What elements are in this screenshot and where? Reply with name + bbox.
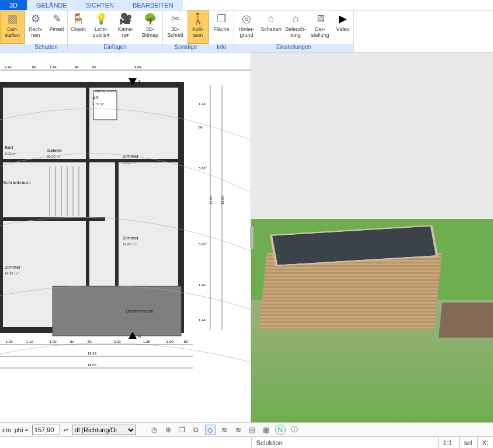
chair-icon: 🪑 (71, 12, 85, 26)
group-label-sonstige: Sonstige (163, 44, 209, 52)
svg-text:80: 80 (70, 340, 74, 343)
phi-input[interactable] (32, 425, 60, 435)
kamera-button[interactable]: 🎥 Kame- ra▾ (113, 11, 138, 44)
tab-gelaende[interactable]: GELÄNDE (27, 0, 77, 10)
layers-icon[interactable]: ❐ (177, 425, 188, 435)
svg-text:15,85 m²: 15,85 m² (123, 161, 137, 164)
play-icon: ▶ (336, 12, 350, 26)
svg-text:Wäsche-
abwurf: Wäsche- abwurf (95, 89, 116, 93)
flaeche-button[interactable]: ❐ Fläche (209, 11, 234, 44)
lichtquelle-button[interactable]: 💡 Licht- quelle▾ (89, 11, 113, 44)
3d-view[interactable] (251, 53, 493, 422)
snap-icon[interactable]: ◇ (205, 425, 216, 435)
svg-text:3.69: 3.69 (134, 65, 141, 69)
ribbon-group-einfuegen: 🪑 Objekt 💡 Licht- quelle▾ 🎥 Kame- ra▾ 🌳 … (68, 11, 163, 52)
svg-text:12.00: 12.00 (221, 195, 224, 204)
svg-text:A: A (138, 79, 141, 84)
floor-plan-svg: 2.20 80 1.46 90 80 3.69 (0, 53, 251, 415)
svg-text:1.38: 1.38 (143, 340, 150, 343)
grid-icon[interactable]: ▦ (261, 425, 272, 435)
objekt-button[interactable]: 🪑 Objekt (68, 11, 89, 44)
main-tabs: 3D GELÄNDE SICHTEN BEARBEITEN (0, 0, 493, 11)
clock-icon[interactable]: ◷ (149, 425, 159, 435)
ribbon-group-schatten: ⚙ Rech- nen ✎ Pinsel Schatten (25, 11, 68, 52)
dl-select[interactable]: dl (Richtung/Di (72, 425, 136, 435)
svg-rect-8 (53, 286, 181, 336)
info-icon[interactable]: ⓘ (289, 425, 300, 435)
schatten-button[interactable]: ⌂ Schatten (259, 11, 283, 44)
person-icon: 🚶 (191, 12, 205, 26)
brush-icon: ✎ (50, 12, 64, 26)
tree-icon: 🌳 (143, 12, 157, 26)
pinsel-button[interactable]: ✎ Pinsel (46, 11, 67, 44)
svg-text:90: 90 (75, 65, 79, 69)
status-bar: Selektion 1:1 sel X: (0, 436, 493, 448)
tab-sichten[interactable]: SICHTEN (77, 0, 123, 10)
svg-text:2,75 m²: 2,75 m² (92, 102, 104, 106)
svg-text:1.46: 1.46 (50, 65, 57, 69)
ribbon-group-display: ▧ Dar- stellen (0, 11, 25, 52)
3d-schnitt-button[interactable]: ✂ 3D- Schnitt (163, 11, 188, 44)
tab-bearbeiten[interactable]: BEARBEITEN (123, 0, 183, 10)
library-icon[interactable]: ▤ (247, 425, 258, 435)
globe-icon[interactable]: ⊕ (163, 425, 173, 435)
darstellung-button[interactable]: 🖥 Dar- stellung (308, 11, 332, 44)
status-x: X: (477, 437, 493, 449)
svg-text:14.05: 14.05 (88, 363, 97, 367)
group-label-schatten: Schatten (25, 44, 67, 52)
svg-text:20,20 m²: 20,20 m² (47, 155, 61, 158)
bulb-icon: 💡 (94, 12, 108, 26)
3d-bitmap-button[interactable]: 🌳 3D- Bitmap (138, 11, 162, 44)
svg-text:Dachterrasse: Dachterrasse (126, 308, 154, 314)
svg-text:1.00: 1.00 (166, 340, 173, 343)
svg-text:80: 80 (184, 340, 188, 343)
svg-text:14,32 m²: 14,32 m² (5, 272, 19, 275)
svg-text:8,00 m²: 8,00 m² (5, 152, 16, 155)
copy-icon[interactable]: ⧉ (191, 425, 202, 435)
svg-text:80: 80 (88, 340, 92, 343)
svg-text:80: 80 (199, 126, 203, 129)
svg-text:1.00: 1.00 (50, 340, 57, 343)
group-label-einstellungen: Einstellungen (234, 44, 353, 52)
bottom-toolbar: cm phi = ▴▾ dl (Richtung/Di ◷ ⊕ ❐ ⧉ ◇ ≋ … (0, 422, 493, 436)
svg-text:Zimmer: Zimmer (5, 265, 20, 270)
svg-text:Zimmer: Zimmer (123, 154, 138, 159)
video-button[interactable]: ▶ Video (332, 11, 353, 44)
darstellen-button[interactable]: ▧ Dar- stellen (0, 11, 25, 44)
svg-text:15,85 m²: 15,85 m² (123, 242, 137, 246)
status-ratio: 1:1 (438, 437, 459, 449)
svg-text:80: 80 (92, 65, 96, 69)
svg-text:5.06⁵: 5.06⁵ (199, 242, 207, 246)
svg-text:AR: AR (92, 95, 99, 100)
kollision-button[interactable]: 🚶 Kolli- sion (188, 11, 209, 44)
svg-text:Zimmer: Zimmer (123, 235, 138, 241)
stack-icon[interactable]: ≋ (219, 425, 230, 435)
beleuchtung-button[interactable]: ⌂ Beleuch- tung (283, 11, 308, 44)
view-splitter[interactable] (250, 226, 254, 249)
svg-text:1.40: 1.40 (199, 283, 206, 287)
cube-icon: ▧ (5, 12, 19, 26)
square-icon: ❐ (214, 12, 228, 26)
ribbon-group-sonstige: ✂ 3D- Schnitt 🚶 Kolli- sion Sonstige (163, 11, 209, 52)
svg-text:1.44: 1.44 (199, 102, 206, 106)
darstellen-label: Dar- stellen (5, 26, 20, 38)
svg-text:5.06⁵: 5.06⁵ (199, 166, 207, 170)
ribbon-group-einstellungen: ◎ Hinter- grund ⌂ Schatten ⌂ Beleuch- tu… (234, 11, 354, 52)
stack2-icon[interactable]: ≋ (233, 425, 244, 435)
group-label-einfuegen: Einfügen (68, 44, 162, 52)
north-icon[interactable]: N (275, 425, 286, 435)
rechnen-button[interactable]: ⚙ Rech- nen (25, 11, 46, 44)
tab-3d[interactable]: 3D (0, 0, 27, 10)
house-light-icon: ⌂ (289, 12, 303, 26)
hintergrund-button[interactable]: ◎ Hinter- grund (234, 11, 259, 44)
svg-text:13.69: 13.69 (88, 352, 97, 355)
group-label-0 (0, 44, 25, 52)
phi-stepper-icon[interactable]: ▴▾ (64, 428, 68, 432)
group-label-info: Info (209, 44, 234, 52)
svg-text:80: 80 (32, 65, 36, 69)
svg-text:1.00: 1.00 (6, 340, 13, 343)
svg-text:1.44: 1.44 (199, 318, 206, 322)
plan-view[interactable]: 2.20 80 1.46 90 80 3.69 (0, 53, 251, 422)
status-sel: sel (459, 437, 477, 449)
ribbon-group-info: ❐ Fläche Info (209, 11, 234, 52)
